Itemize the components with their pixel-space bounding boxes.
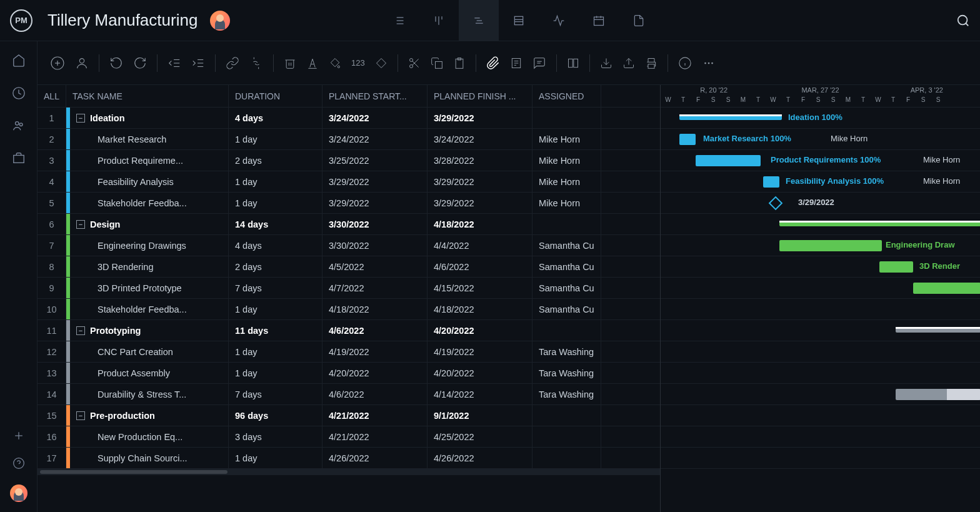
duration-cell[interactable]: 1 day	[229, 363, 322, 383]
redo-icon[interactable]	[133, 56, 147, 70]
gantt-row[interactable]: Product Requirements 100%Mike Horn	[661, 150, 980, 171]
duration-cell[interactable]: 1 day	[229, 341, 322, 362]
start-cell[interactable]: 3/29/2022	[322, 193, 428, 213]
task-name-cell[interactable]: New Production Eq...	[66, 426, 229, 447]
duration-cell[interactable]: 1 day	[229, 129, 322, 149]
add-task-icon[interactable]	[50, 56, 65, 71]
priority-icon[interactable]	[375, 57, 388, 69]
task-row[interactable]: 16New Production Eq...3 days4/21/20224/2…	[38, 426, 660, 448]
task-name-cell[interactable]: Durability & Stress T...	[66, 384, 229, 404]
gantt-bar[interactable]	[913, 283, 980, 294]
start-cell[interactable]: 4/26/2022	[322, 448, 428, 468]
briefcase-icon[interactable]	[12, 151, 26, 165]
task-name-cell[interactable]: −Ideation	[66, 108, 229, 128]
task-row[interactable]: 4Feasibility Analysis1 day3/29/20223/29/…	[38, 171, 660, 193]
link-icon[interactable]	[226, 56, 239, 70]
text-color-icon[interactable]	[306, 57, 319, 69]
delete-icon[interactable]	[284, 57, 296, 69]
task-name-cell[interactable]: CNC Part Creation	[66, 341, 229, 362]
assigned-cell[interactable]: Mike Horn	[532, 171, 601, 192]
import-icon[interactable]	[600, 57, 612, 69]
finish-cell[interactable]: 4/15/2022	[428, 278, 532, 298]
task-name-cell[interactable]: Feasibility Analysis	[66, 171, 229, 192]
clock-icon[interactable]	[12, 86, 26, 100]
duration-cell[interactable]: 4 days	[229, 235, 322, 256]
app-logo[interactable]: PM	[10, 9, 32, 32]
gantt-bar[interactable]	[763, 176, 779, 188]
finish-cell[interactable]: 9/1/2022	[428, 405, 532, 426]
start-cell[interactable]: 4/7/2022	[322, 278, 428, 298]
undo-icon[interactable]	[109, 56, 123, 70]
task-row[interactable]: 7Engineering Drawings4 days3/30/20224/4/…	[38, 235, 660, 256]
activity-view-tab[interactable]	[539, 0, 579, 41]
help-icon[interactable]	[12, 457, 25, 469]
task-name-cell[interactable]: −Pre-production	[66, 405, 229, 426]
collapse-icon[interactable]: −	[76, 220, 85, 229]
collapse-icon[interactable]: −	[76, 326, 85, 335]
gantt-bar[interactable]	[679, 134, 696, 145]
indent-icon[interactable]	[191, 56, 205, 70]
start-cell[interactable]: 4/5/2022	[322, 256, 428, 277]
start-cell[interactable]: 4/6/2022	[322, 384, 428, 404]
team-icon[interactable]	[12, 119, 26, 133]
gantt-bar[interactable]	[696, 155, 761, 166]
finish-cell[interactable]: 4/25/2022	[428, 426, 532, 447]
home-icon[interactable]	[12, 54, 26, 68]
gantt-row[interactable]: Engineering Draw	[661, 235, 980, 256]
assigned-cell[interactable]: Tara Washing	[532, 341, 601, 362]
task-row[interactable]: 83D Rendering2 days4/5/20224/6/2022Saman…	[38, 256, 660, 278]
assigned-cell[interactable]	[532, 426, 601, 447]
board-view-tab[interactable]	[419, 0, 459, 41]
duration-cell[interactable]: 7 days	[229, 384, 322, 404]
assigned-cell[interactable]	[532, 448, 601, 468]
assigned-cell[interactable]: Mike Horn	[532, 193, 601, 213]
task-row[interactable]: 2Market Research1 day3/24/20223/24/2022M…	[38, 129, 660, 150]
export-icon[interactable]	[622, 57, 635, 69]
cut-icon[interactable]	[408, 57, 421, 69]
gantt-row[interactable]: Ideation 100%	[661, 108, 980, 129]
task-name-cell[interactable]: −Prototyping	[66, 320, 229, 341]
finish-cell[interactable]: 3/29/2022	[428, 193, 532, 213]
task-name-cell[interactable]: Stakeholder Feedba...	[66, 193, 229, 213]
search-button[interactable]	[956, 14, 970, 28]
assigned-cell[interactable]	[532, 108, 601, 128]
assigned-cell[interactable]: Samantha Cu	[532, 299, 601, 319]
task-row[interactable]: 13Product Assembly1 day4/20/20224/20/202…	[38, 363, 660, 384]
finish-cell[interactable]: 4/20/2022	[428, 320, 532, 341]
paste-icon[interactable]	[453, 57, 466, 69]
duration-cell[interactable]: 2 days	[229, 150, 322, 171]
task-name-cell[interactable]: Engineering Drawings	[66, 235, 229, 256]
more-icon[interactable]	[702, 56, 716, 70]
horizontal-scrollbar[interactable]	[38, 469, 660, 475]
task-row[interactable]: 5Stakeholder Feedba...1 day3/29/20223/29…	[38, 193, 660, 214]
profile-avatar[interactable]	[10, 484, 28, 502]
start-cell[interactable]: 4/21/2022	[322, 405, 428, 426]
gantt-row[interactable]	[661, 278, 980, 299]
task-row[interactable]: 11−Prototyping11 days4/6/20224/20/2022	[38, 320, 660, 341]
number-icon[interactable]: 123	[351, 58, 365, 68]
unlink-icon[interactable]	[249, 56, 263, 70]
task-name-cell[interactable]: 3D Printed Prototype	[66, 278, 229, 298]
task-row[interactable]: 1−Ideation4 days3/24/20223/29/2022	[38, 108, 660, 129]
col-planned-start[interactable]: PLANNED START...	[322, 85, 428, 107]
assigned-cell[interactable]: Samantha Cu	[532, 278, 601, 298]
duration-cell[interactable]: 96 days	[229, 405, 322, 426]
finish-cell[interactable]: 4/4/2022	[428, 235, 532, 256]
duration-cell[interactable]: 1 day	[229, 448, 322, 468]
col-planned-finish[interactable]: PLANNED FINISH ...	[428, 85, 532, 107]
gantt-bar[interactable]	[879, 261, 913, 273]
start-cell[interactable]: 3/30/2022	[322, 214, 428, 234]
finish-cell[interactable]: 4/26/2022	[428, 448, 532, 468]
gantt-row[interactable]	[661, 299, 980, 320]
gantt-row[interactable]: Market Research 100%Mike Horn	[661, 129, 980, 150]
duration-cell[interactable]: 1 day	[229, 171, 322, 192]
gantt-row[interactable]: 3D Render	[661, 256, 980, 278]
assigned-cell[interactable]: Mike Horn	[532, 129, 601, 149]
start-cell[interactable]: 3/30/2022	[322, 235, 428, 256]
duration-cell[interactable]: 1 day	[229, 193, 322, 213]
finish-cell[interactable]: 4/19/2022	[428, 341, 532, 362]
assigned-cell[interactable]	[532, 214, 601, 234]
assigned-cell[interactable]: Tara Washing	[532, 363, 601, 383]
info-icon[interactable]	[678, 56, 692, 70]
finish-cell[interactable]: 3/29/2022	[428, 108, 532, 128]
